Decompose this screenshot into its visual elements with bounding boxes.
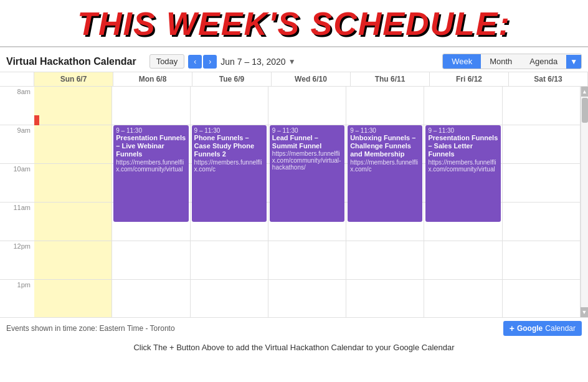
event-wed-url: https://members.funnelflix.com/community… [272,150,342,171]
scrollbar: ▲ ▼ [581,87,588,317]
header-spacer [0,72,34,86]
google-text: Google [517,324,543,333]
banner: THIS WEEK'S SCHEDULE: [0,0,588,47]
day-header-wed: Wed 6/10 [272,72,351,86]
thu-slot-12 [346,241,424,280]
calendar-grid: 8am 9am 10am 11am 12pm 1pm [0,87,588,317]
sun-slot-1 [34,280,111,317]
sun-slot-8 [34,87,111,125]
bottom-note: Click The + Button Above to add the Virt… [0,339,588,357]
event-mon-title: Presentation Funnels – Live Webinar Funn… [116,134,186,159]
date-range: Jun 7 – 13, 2020 ▼ [220,57,295,67]
google-calendar-button[interactable]: + Google Calendar [503,321,582,336]
fri-slot-12 [424,241,501,280]
timezone-label: Events shown in time zone: Eastern Time … [6,324,175,333]
mon-slot-1 [112,280,189,317]
tue-slot-1 [191,280,268,317]
wed-slot-8 [268,87,346,125]
sun-slot-9 [34,125,111,164]
sat-slot-12 [503,241,580,280]
sat-slot-8 [503,87,580,125]
event-mon-time: 9 – 11:30 [116,127,186,134]
event-thu-url: https://members.funnelflix.com/c [350,159,420,173]
event-fri-time: 9 – 11:30 [428,127,498,134]
scrollbar-thumb[interactable] [582,98,588,123]
calendar-title: Virtual Hackathon Calendar [6,56,146,67]
sat-slot-10 [503,164,580,203]
view-week-button[interactable]: Week [443,54,481,69]
event-thu-title: Unboxing Funnels – Challenge Funnels and… [350,134,420,159]
wed-slot-12 [268,241,346,280]
google-plus-icon: + [510,323,514,333]
event-mon-url: https://members.funnelflix.com/community… [116,159,186,173]
day-col-wed: 9 – 11:30 Lead Funnel – Summit Funnel ht… [268,87,346,317]
time-1pm: 1pm [0,280,34,317]
day-header-tue: Tue 6/9 [192,72,272,86]
day-col-tue: 9 – 11:30 Phone Funnels – Case Study Pho… [191,87,268,317]
day-header-sun: Sun 6/7 [34,72,113,86]
sun-slot-11 [34,203,111,241]
day-header-thu: Thu 6/11 [351,72,430,86]
mon-slot-12 [112,241,189,280]
event-fri-title: Presentation Funnels – Sales Letter Funn… [428,134,498,159]
view-month-button[interactable]: Month [481,54,521,69]
tue-slot-8 [191,87,268,125]
banner-title: THIS WEEK'S SCHEDULE: [0,5,588,42]
thu-slot-1 [346,280,424,317]
tue-slot-12 [191,241,268,280]
day-col-sun [34,87,112,317]
event-wed[interactable]: 9 – 11:30 Lead Funnel – Summit Funnel ht… [270,125,344,222]
calendar-container: Virtual Hackathon Calendar Today ‹ › Jun… [0,47,588,339]
mon-slot-8 [112,87,189,125]
google-calendar-text: Calendar [545,324,576,333]
event-tue[interactable]: 9 – 11:30 Phone Funnels – Case Study Pho… [192,125,267,222]
fri-slot-1 [424,280,501,317]
event-mon[interactable]: 9 – 11:30 Presentation Funnels – Live We… [113,125,188,222]
event-thu-time: 9 – 11:30 [350,127,420,134]
event-wed-title: Lead Funnel – Summit Funnel [272,134,342,150]
calendar-body: 8am 9am 10am 11am 12pm 1pm [0,87,581,317]
time-12pm: 12pm [0,241,34,280]
day-header-fri: Fri 6/12 [430,72,509,86]
event-fri-url: https://members.funnelflix.com/community… [428,159,498,173]
nav-group: ‹ › [188,55,217,69]
view-dropdown-button[interactable]: ▼ [566,55,581,69]
sat-slot-11 [503,203,580,241]
fri-slot-8 [424,87,501,125]
date-dropdown-arrow[interactable]: ▼ [288,57,296,66]
sat-slot-9 [503,125,580,164]
day-col-sat [503,87,581,317]
event-tue-url: https://members.funnelflix.com/c [194,159,264,173]
sun-slot-10 [34,164,111,203]
prev-button[interactable]: ‹ [188,55,202,69]
wed-slot-1 [268,280,346,317]
time-column: 8am 9am 10am 11am 12pm 1pm [0,87,34,317]
view-buttons: Week Month Agenda ▼ [442,54,582,69]
event-tue-title: Phone Funnels – Case Study Phone Funnels… [194,134,264,159]
event-wed-time: 9 – 11:30 [272,127,342,134]
time-10am: 10am [0,164,34,203]
scrollbar-up-button[interactable]: ▲ [581,87,589,97]
time-8am: 8am [0,87,34,125]
date-range-text: Jun 7 – 13, 2020 [220,57,285,67]
calendar-footer: Events shown in time zone: Eastern Time … [0,317,588,339]
event-thu[interactable]: 9 – 11:30 Unboxing Funnels – Challenge F… [348,125,422,222]
time-9am: 9am [0,125,34,164]
sun-slot-12 [34,241,111,280]
event-fri[interactable]: 9 – 11:30 Presentation Funnels – Sales L… [425,125,500,222]
day-header-sat: Sat 6/13 [509,72,588,86]
view-agenda-button[interactable]: Agenda [521,54,566,69]
day-col-fri: 9 – 11:30 Presentation Funnels – Sales L… [424,87,502,317]
today-button[interactable]: Today [149,54,185,69]
day-header-mon: Mon 6/8 [113,72,192,86]
calendar-header: Virtual Hackathon Calendar Today ‹ › Jun… [0,51,588,72]
event-tue-time: 9 – 11:30 [194,127,264,134]
day-col-mon: 9 – 11:30 Presentation Funnels – Live We… [112,87,190,317]
sat-slot-1 [503,280,580,317]
next-button[interactable]: › [203,55,217,69]
bottom-note-text: Click The + Button Above to add the Virt… [133,343,454,352]
day-headers: Sun 6/7 Mon 6/8 Tue 6/9 Wed 6/10 Thu 6/1… [0,72,588,87]
scrollbar-down-button[interactable]: ▼ [581,307,588,317]
time-11am: 11am [0,203,34,241]
day-col-thu: 9 – 11:30 Unboxing Funnels – Challenge F… [346,87,424,317]
